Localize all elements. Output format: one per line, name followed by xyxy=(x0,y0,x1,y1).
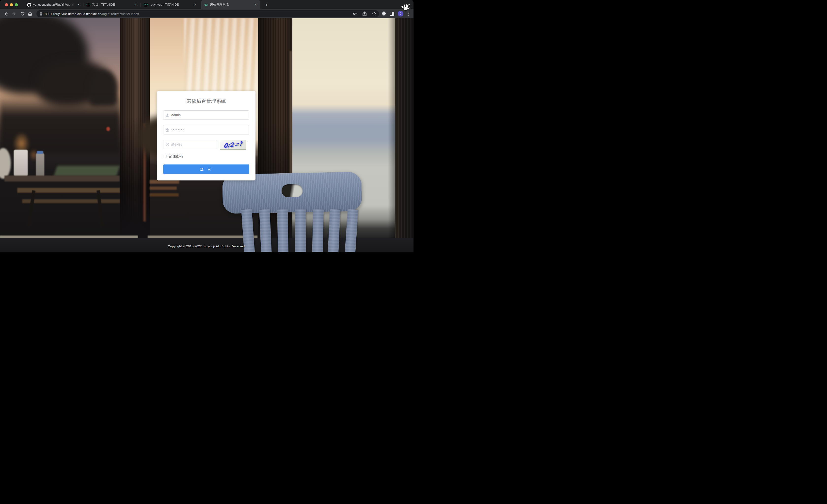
bench-slat xyxy=(150,186,177,190)
tab-close-icon[interactable]: ✕ xyxy=(253,2,258,7)
red-reflection-dot xyxy=(106,127,110,131)
chair-handle-hole xyxy=(282,184,303,197)
user-icon xyxy=(165,113,169,117)
tab-label: yangzongzhuan/RuoYi-Vue: (Ru xyxy=(33,3,74,6)
home-button[interactable] xyxy=(27,11,33,17)
bench-seat xyxy=(22,199,120,203)
tab-strip: yangzongzhuan/RuoYi-Vue: (Ru ✕ <t> 项目 - … xyxy=(0,0,414,9)
remember-label: 记住密码 xyxy=(169,154,183,159)
tab-github[interactable]: yangzongzhuan/RuoYi-Vue: (Ru ✕ xyxy=(24,0,83,9)
tab-label: 若依管理系统 xyxy=(210,3,251,7)
reload-button[interactable] xyxy=(19,11,26,17)
macos-minimize-button[interactable] xyxy=(10,3,13,6)
extensions-puzzle-icon[interactable] xyxy=(382,11,386,16)
forward-button[interactable] xyxy=(11,11,17,17)
copyright-footer: Copyright © 2018-2022 ruoyi.vip All Righ… xyxy=(0,245,414,248)
macos-close-button[interactable] xyxy=(5,3,8,6)
wood-frame-right xyxy=(395,18,414,252)
shield-check-icon xyxy=(165,143,169,147)
tab-titanide-project[interactable]: <t> 项目 - TITANIDE ✕ xyxy=(84,0,141,9)
tab-label: 项目 - TITANIDE xyxy=(92,3,132,7)
wooden-chair xyxy=(222,173,364,252)
hand-cursor xyxy=(401,4,409,12)
lock-icon xyxy=(165,128,169,132)
side-panel-icon[interactable] xyxy=(390,12,394,16)
tab-label: rouyi-vue - TITANIDE xyxy=(150,3,191,6)
titanide-icon: <t> xyxy=(86,3,90,7)
macos-zoom-button[interactable] xyxy=(15,3,18,6)
captcha-image[interactable]: 0/2=? 0/2=? xyxy=(220,140,246,150)
browser-window: yangzongzhuan/RuoYi-Vue: (Ru ✕ <t> 项目 - … xyxy=(0,0,414,252)
remember-checkbox[interactable] xyxy=(163,155,166,158)
ruoyi-leaf-icon xyxy=(204,3,208,7)
map-on-table xyxy=(54,166,120,176)
username-field-wrap xyxy=(163,110,249,120)
login-title: 若依后台管理系统 xyxy=(163,98,249,105)
username-input[interactable] xyxy=(163,110,249,120)
tab-close-icon[interactable]: ✕ xyxy=(76,2,81,7)
tab-ruoyi-active[interactable]: 若依管理系统 ✕ xyxy=(201,0,260,9)
share-icon[interactable] xyxy=(362,11,367,16)
back-button[interactable] xyxy=(3,11,9,17)
paper-cup xyxy=(14,150,28,177)
url-path: /login?redirect=%2Findex xyxy=(101,12,139,16)
captcha-field-wrap xyxy=(163,140,217,149)
url-host: 8081-rouyi-vue-demo.cloud.titanide.cn xyxy=(45,12,101,16)
tab-close-icon[interactable]: ✕ xyxy=(134,2,138,7)
address-bar[interactable]: 8081-rouyi-vue-demo.cloud.titanide.cn/lo… xyxy=(37,10,379,17)
bookmark-star-icon[interactable] xyxy=(372,11,377,16)
github-icon xyxy=(27,3,31,7)
table-top xyxy=(4,175,119,181)
login-button[interactable]: 登 录 xyxy=(163,164,249,174)
password-key-icon[interactable] xyxy=(352,11,357,16)
password-field-wrap xyxy=(163,125,249,134)
browser-menu-kebab-icon[interactable] xyxy=(407,13,409,14)
login-card: 若依后台管理系统 xyxy=(157,91,255,180)
lock-icon xyxy=(39,12,43,16)
remember-row: 记住密码 xyxy=(163,154,249,159)
bench-slat xyxy=(150,193,179,197)
captcha-input[interactable] xyxy=(163,140,217,149)
new-tab-button[interactable]: + xyxy=(263,2,270,8)
captcha-row: 0/2=? 0/2=? xyxy=(163,140,249,150)
browser-toolbar: 8081-rouyi-vue-demo.cloud.titanide.cn/lo… xyxy=(0,9,414,18)
titanide-icon: <t> xyxy=(144,3,148,7)
bottle xyxy=(36,153,44,177)
password-input[interactable] xyxy=(163,125,249,134)
tab-rouyi-vue[interactable]: <t> rouyi-vue - TITANIDE ✕ xyxy=(141,0,201,9)
bench-slat xyxy=(150,180,179,184)
tab-close-icon[interactable]: ✕ xyxy=(193,2,197,7)
